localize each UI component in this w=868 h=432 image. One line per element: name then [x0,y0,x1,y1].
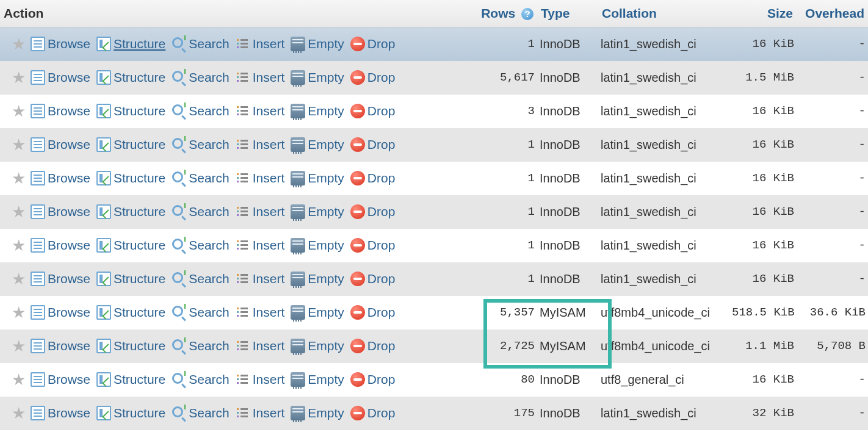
browse-link[interactable]: Browse [29,339,92,353]
browse-link[interactable]: Browse [29,372,92,387]
search-link[interactable]: Search [170,204,231,219]
browse-link[interactable]: Browse [29,406,92,420]
structure-link[interactable]: Structure [95,104,167,118]
structure-link[interactable]: Structure [95,37,167,51]
header-rows[interactable]: Rows ? [470,0,537,27]
drop-link[interactable]: Drop [349,305,397,320]
structure-link[interactable]: Structure [95,238,167,253]
structure-link[interactable]: Structure [95,171,167,185]
drop-link[interactable]: Drop [349,171,397,185]
star-icon[interactable]: ★ [11,305,26,320]
empty-link[interactable]: Empty [289,339,345,353]
insert-link[interactable]: Insert [234,171,286,185]
help-icon[interactable]: ? [521,8,533,20]
empty-link[interactable]: Empty [289,70,345,85]
drop-link[interactable]: Drop [349,37,397,51]
empty-link[interactable]: Empty [289,104,345,118]
insert-link[interactable]: Insert [234,70,286,85]
insert-link[interactable]: Insert [234,305,286,320]
drop-link[interactable]: Drop [349,70,397,85]
browse-link[interactable]: Browse [29,137,92,152]
empty-link[interactable]: Empty [289,372,345,387]
empty-link[interactable]: Empty [289,305,345,320]
empty-link[interactable]: Empty [289,272,345,286]
browse-icon [31,406,45,420]
star-icon[interactable]: ★ [11,171,26,185]
empty-icon [291,339,305,353]
cell-type: InnoDB [537,195,598,229]
insert-link[interactable]: Insert [234,238,286,253]
structure-link[interactable]: Structure [95,272,167,286]
search-link[interactable]: Search [170,372,231,387]
search-link[interactable]: Search [170,137,231,152]
empty-link[interactable]: Empty [289,171,345,185]
insert-link[interactable]: Insert [234,37,286,51]
drop-link[interactable]: Drop [349,339,397,353]
empty-link[interactable]: Empty [289,238,345,253]
structure-link[interactable]: Structure [95,305,167,320]
browse-link[interactable]: Browse [29,171,92,185]
search-link[interactable]: Search [170,238,231,253]
browse-link[interactable]: Browse [29,305,92,320]
search-link[interactable]: Search [170,272,231,286]
star-icon[interactable]: ★ [11,137,26,152]
structure-link[interactable]: Structure [95,137,167,152]
header-collation[interactable]: Collation [598,0,729,27]
drop-icon [350,305,365,320]
star-icon[interactable]: ★ [11,70,26,85]
browse-link[interactable]: Browse [29,104,92,118]
search-link[interactable]: Search [170,339,231,353]
empty-link[interactable]: Empty [289,406,345,420]
drop-link[interactable]: Drop [349,238,397,253]
header-overhead[interactable]: Overhead [797,0,868,27]
table-row: ★BrowseStructureSearchInsertEmptyDrop1In… [0,229,868,262]
search-link[interactable]: Search [170,37,231,51]
search-link[interactable]: Search [170,70,231,85]
browse-link[interactable]: Browse [29,272,92,286]
drop-link[interactable]: Drop [349,406,397,420]
insert-link[interactable]: Insert [234,137,286,152]
browse-link[interactable]: Browse [29,204,92,219]
header-size[interactable]: Size [729,0,797,27]
insert-link[interactable]: Insert [234,272,286,286]
insert-link[interactable]: Insert [234,339,286,353]
empty-link[interactable]: Empty [289,204,345,219]
drop-link[interactable]: Drop [349,204,397,219]
cell-collation: latin1_swedish_ci [598,195,729,229]
star-icon[interactable]: ★ [11,37,26,51]
drop-link[interactable]: Drop [349,137,397,152]
star-icon[interactable]: ★ [11,339,26,353]
insert-link[interactable]: Insert [234,104,286,118]
insert-link[interactable]: Insert [234,204,286,219]
empty-link[interactable]: Empty [289,137,345,152]
structure-link[interactable]: Structure [95,372,167,387]
browse-link[interactable]: Browse [29,70,92,85]
browse-link[interactable]: Browse [29,238,92,253]
empty-link[interactable]: Empty [289,37,345,51]
browse-link[interactable]: Browse [29,37,92,51]
search-link[interactable]: Search [170,171,231,185]
star-icon[interactable]: ★ [11,372,26,387]
search-link[interactable]: Search [170,305,231,320]
structure-link[interactable]: Structure [95,339,167,353]
star-icon[interactable]: ★ [11,272,26,286]
header-type[interactable]: Type [537,0,598,27]
search-link[interactable]: Search [170,104,231,118]
search-link[interactable]: Search [170,406,231,420]
drop-link[interactable]: Drop [349,272,397,286]
structure-link[interactable]: Structure [95,204,167,219]
star-icon[interactable]: ★ [11,104,26,118]
structure-link[interactable]: Structure [95,406,167,420]
structure-link[interactable]: Structure [95,70,167,85]
drop-link[interactable]: Drop [349,372,397,387]
star-icon[interactable]: ★ [11,204,26,219]
cell-size: 1.5 MiB [729,61,797,95]
insert-link[interactable]: Insert [234,372,286,387]
insert-link[interactable]: Insert [234,406,286,420]
star-icon[interactable]: ★ [11,238,26,253]
star-icon[interactable]: ★ [11,406,26,420]
cell-overhead: 5,708 B [797,329,868,363]
cell-rows: 5,357 [470,296,537,329]
drop-link[interactable]: Drop [349,104,397,118]
cell-rows: 1 [470,195,537,229]
